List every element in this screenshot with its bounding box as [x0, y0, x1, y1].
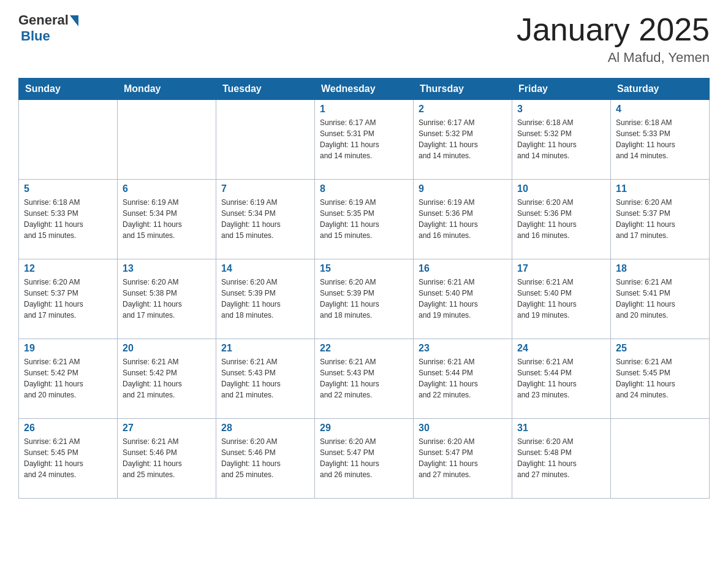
day-number: 26 [24, 423, 112, 434]
table-row: 26Sunrise: 6:21 AM Sunset: 5:45 PM Dayli… [19, 419, 118, 499]
col-tuesday: Tuesday [216, 79, 315, 100]
table-row: 5Sunrise: 6:18 AM Sunset: 5:33 PM Daylig… [19, 180, 118, 259]
day-info: Sunrise: 6:21 AM Sunset: 5:40 PM Dayligh… [419, 277, 507, 321]
table-row: 4Sunrise: 6:18 AM Sunset: 5:33 PM Daylig… [611, 100, 710, 180]
day-number: 22 [320, 343, 408, 354]
day-info: Sunrise: 6:21 AM Sunset: 5:42 PM Dayligh… [24, 356, 112, 400]
day-number: 3 [517, 104, 605, 115]
day-number: 5 [24, 183, 112, 194]
day-info: Sunrise: 6:20 AM Sunset: 5:36 PM Dayligh… [517, 197, 605, 241]
day-number: 1 [320, 104, 408, 115]
day-info: Sunrise: 6:17 AM Sunset: 5:32 PM Dayligh… [419, 117, 507, 161]
table-row: 22Sunrise: 6:21 AM Sunset: 5:43 PM Dayli… [315, 339, 414, 419]
day-info: Sunrise: 6:21 AM Sunset: 5:44 PM Dayligh… [517, 356, 605, 400]
day-number: 17 [517, 263, 605, 274]
table-row: 14Sunrise: 6:20 AM Sunset: 5:39 PM Dayli… [216, 259, 315, 339]
table-row: 24Sunrise: 6:21 AM Sunset: 5:44 PM Dayli… [512, 339, 611, 419]
day-number: 11 [616, 183, 704, 194]
col-wednesday: Wednesday [315, 79, 414, 100]
table-row: 15Sunrise: 6:20 AM Sunset: 5:39 PM Dayli… [315, 259, 414, 339]
table-row: 29Sunrise: 6:20 AM Sunset: 5:47 PM Dayli… [315, 419, 414, 499]
day-number: 28 [221, 423, 309, 434]
day-info: Sunrise: 6:20 AM Sunset: 5:47 PM Dayligh… [320, 436, 408, 480]
table-row: 2Sunrise: 6:17 AM Sunset: 5:32 PM Daylig… [414, 100, 512, 180]
day-info: Sunrise: 6:21 AM Sunset: 5:43 PM Dayligh… [320, 356, 408, 400]
day-info: Sunrise: 6:20 AM Sunset: 5:37 PM Dayligh… [616, 197, 704, 241]
table-row: 1Sunrise: 6:17 AM Sunset: 5:31 PM Daylig… [315, 100, 414, 180]
calendar-title: January 2025 [517, 12, 710, 47]
day-number: 10 [517, 183, 605, 194]
table-row: 13Sunrise: 6:20 AM Sunset: 5:38 PM Dayli… [118, 259, 216, 339]
logo-blue-text: Blue [21, 28, 50, 44]
table-row: 27Sunrise: 6:21 AM Sunset: 5:46 PM Dayli… [118, 419, 216, 499]
table-row: 17Sunrise: 6:21 AM Sunset: 5:40 PM Dayli… [512, 259, 611, 339]
table-row: 8Sunrise: 6:19 AM Sunset: 5:35 PM Daylig… [315, 180, 414, 259]
day-number: 31 [517, 423, 605, 434]
day-number: 7 [221, 183, 309, 194]
table-row: 3Sunrise: 6:18 AM Sunset: 5:32 PM Daylig… [512, 100, 611, 180]
table-row: 28Sunrise: 6:20 AM Sunset: 5:46 PM Dayli… [216, 419, 315, 499]
day-info: Sunrise: 6:20 AM Sunset: 5:39 PM Dayligh… [221, 277, 309, 321]
table-row: 21Sunrise: 6:21 AM Sunset: 5:43 PM Dayli… [216, 339, 315, 419]
day-number: 4 [616, 104, 704, 115]
day-info: Sunrise: 6:19 AM Sunset: 5:34 PM Dayligh… [221, 197, 309, 241]
table-row: 10Sunrise: 6:20 AM Sunset: 5:36 PM Dayli… [512, 180, 611, 259]
day-info: Sunrise: 6:21 AM Sunset: 5:46 PM Dayligh… [123, 436, 211, 480]
day-number: 9 [419, 183, 507, 194]
col-friday: Friday [512, 79, 611, 100]
day-number: 18 [616, 263, 704, 274]
table-row: 20Sunrise: 6:21 AM Sunset: 5:42 PM Dayli… [118, 339, 216, 419]
day-number: 15 [320, 263, 408, 274]
day-number: 12 [24, 263, 112, 274]
col-sunday: Sunday [19, 79, 118, 100]
calendar-week-row: 19Sunrise: 6:21 AM Sunset: 5:42 PM Dayli… [19, 339, 710, 419]
table-row: 9Sunrise: 6:19 AM Sunset: 5:36 PM Daylig… [414, 180, 512, 259]
day-info: Sunrise: 6:20 AM Sunset: 5:39 PM Dayligh… [320, 277, 408, 321]
day-info: Sunrise: 6:21 AM Sunset: 5:44 PM Dayligh… [419, 356, 507, 400]
day-info: Sunrise: 6:18 AM Sunset: 5:33 PM Dayligh… [616, 117, 704, 161]
day-number: 19 [24, 343, 112, 354]
day-number: 24 [517, 343, 605, 354]
day-number: 2 [419, 104, 507, 115]
day-number: 16 [419, 263, 507, 274]
table-row: 16Sunrise: 6:21 AM Sunset: 5:40 PM Dayli… [414, 259, 512, 339]
calendar-table: Sunday Monday Tuesday Wednesday Thursday… [18, 78, 710, 499]
day-info: Sunrise: 6:21 AM Sunset: 5:42 PM Dayligh… [123, 356, 211, 400]
day-info: Sunrise: 6:17 AM Sunset: 5:31 PM Dayligh… [320, 117, 408, 161]
day-number: 21 [221, 343, 309, 354]
table-row [19, 100, 118, 180]
col-thursday: Thursday [414, 79, 512, 100]
day-info: Sunrise: 6:19 AM Sunset: 5:34 PM Dayligh… [123, 197, 211, 241]
day-number: 8 [320, 183, 408, 194]
table-row: 31Sunrise: 6:20 AM Sunset: 5:48 PM Dayli… [512, 419, 611, 499]
day-info: Sunrise: 6:21 AM Sunset: 5:41 PM Dayligh… [616, 277, 704, 321]
table-row: 18Sunrise: 6:21 AM Sunset: 5:41 PM Dayli… [611, 259, 710, 339]
day-number: 20 [123, 343, 211, 354]
table-row: 23Sunrise: 6:21 AM Sunset: 5:44 PM Dayli… [414, 339, 512, 419]
day-info: Sunrise: 6:20 AM Sunset: 5:38 PM Dayligh… [123, 277, 211, 321]
day-info: Sunrise: 6:21 AM Sunset: 5:43 PM Dayligh… [221, 356, 309, 400]
title-block: January 2025 Al Mafud, Yemen [517, 12, 710, 66]
table-row: 11Sunrise: 6:20 AM Sunset: 5:37 PM Dayli… [611, 180, 710, 259]
calendar-week-row: 5Sunrise: 6:18 AM Sunset: 5:33 PM Daylig… [19, 180, 710, 259]
day-number: 29 [320, 423, 408, 434]
table-row [611, 419, 710, 499]
day-info: Sunrise: 6:19 AM Sunset: 5:35 PM Dayligh… [320, 197, 408, 241]
day-number: 6 [123, 183, 211, 194]
page-header: General Blue January 2025 Al Mafud, Yeme… [18, 12, 710, 66]
day-info: Sunrise: 6:18 AM Sunset: 5:32 PM Dayligh… [517, 117, 605, 161]
calendar-week-row: 1Sunrise: 6:17 AM Sunset: 5:31 PM Daylig… [19, 100, 710, 180]
day-info: Sunrise: 6:19 AM Sunset: 5:36 PM Dayligh… [419, 197, 507, 241]
day-info: Sunrise: 6:21 AM Sunset: 5:40 PM Dayligh… [517, 277, 605, 321]
day-number: 14 [221, 263, 309, 274]
table-row: 30Sunrise: 6:20 AM Sunset: 5:47 PM Dayli… [414, 419, 512, 499]
table-row [118, 100, 216, 180]
day-info: Sunrise: 6:20 AM Sunset: 5:47 PM Dayligh… [419, 436, 507, 480]
day-number: 13 [123, 263, 211, 274]
table-row: 19Sunrise: 6:21 AM Sunset: 5:42 PM Dayli… [19, 339, 118, 419]
day-info: Sunrise: 6:18 AM Sunset: 5:33 PM Dayligh… [24, 197, 112, 241]
calendar-week-row: 12Sunrise: 6:20 AM Sunset: 5:37 PM Dayli… [19, 259, 710, 339]
day-info: Sunrise: 6:21 AM Sunset: 5:45 PM Dayligh… [24, 436, 112, 480]
day-info: Sunrise: 6:20 AM Sunset: 5:46 PM Dayligh… [221, 436, 309, 480]
table-row [216, 100, 315, 180]
